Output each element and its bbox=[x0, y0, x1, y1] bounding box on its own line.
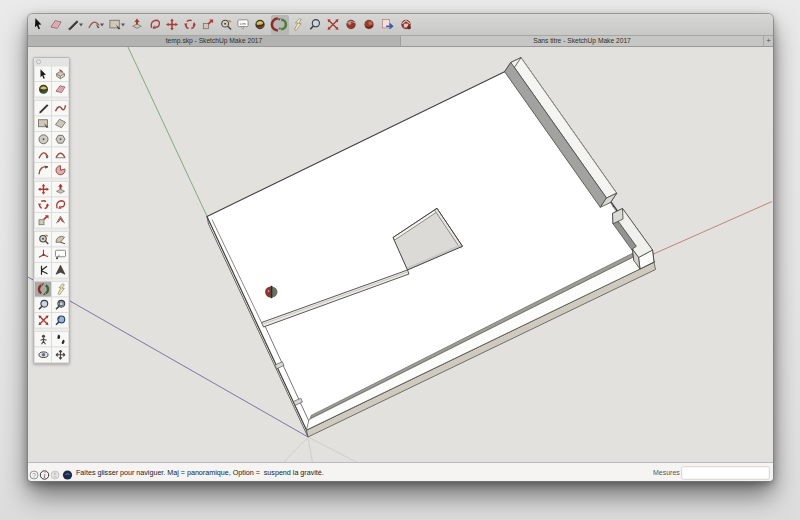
svg-text:i: i bbox=[43, 471, 45, 480]
svg-text:?: ? bbox=[32, 472, 36, 479]
svg-text:cm: cm bbox=[240, 21, 246, 26]
